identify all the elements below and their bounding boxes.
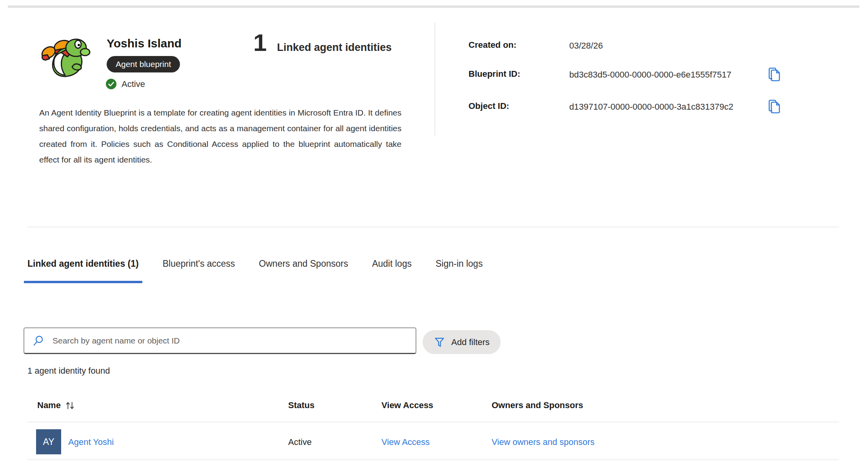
add-filters-button[interactable]: Add filters xyxy=(423,330,501,354)
column-header-name-label: Name xyxy=(37,400,61,410)
blueprint-id-label: Blueprint ID: xyxy=(469,69,569,79)
copy-icon xyxy=(767,99,781,114)
page-title: Yoshis Island xyxy=(107,37,182,50)
search-icon xyxy=(32,334,45,347)
filter-funnel-icon xyxy=(434,336,445,348)
copy-icon xyxy=(767,67,781,82)
blueprint-id-row: Blueprint ID: bd3c83d5-0000-0000-0000-e6… xyxy=(469,69,731,80)
search-input[interactable] xyxy=(53,336,408,345)
blueprint-description: An Agent Identity Blueprint is a templat… xyxy=(39,105,401,168)
linked-identities-count: 1 Linked agent identities xyxy=(253,31,392,55)
agent-name-link[interactable]: Agent Yoshi xyxy=(68,437,114,447)
linked-count-number: 1 xyxy=(253,31,267,55)
created-on-label: Created on: xyxy=(469,40,569,50)
status-text: Active xyxy=(122,79,145,89)
top-divider xyxy=(8,5,859,8)
view-access-link[interactable]: View Access xyxy=(381,437,430,447)
created-on-value: 03/28/26 xyxy=(569,40,603,51)
tab-bar: Linked agent identities (1) Blueprint's … xyxy=(27,258,483,283)
status-row: Active xyxy=(106,79,145,89)
tab-audit-logs[interactable]: Audit logs xyxy=(372,258,412,283)
agent-blueprint-badge: Agent blueprint xyxy=(107,56,180,72)
linked-count-label: Linked agent identities xyxy=(277,42,392,54)
table-row-divider xyxy=(27,459,839,460)
column-header-status: Status xyxy=(288,400,314,410)
results-count-text: 1 agent identity found xyxy=(27,366,110,376)
section-divider xyxy=(27,226,839,228)
table-header-divider xyxy=(27,421,839,423)
column-header-view-access: View Access xyxy=(381,400,433,410)
object-id-row: Object ID: d1397107-0000-0000-0000-3a1c8… xyxy=(469,101,733,112)
column-header-name[interactable]: Name xyxy=(37,400,75,410)
tab-owners-and-sponsors[interactable]: Owners and Sponsors xyxy=(259,258,348,283)
view-owners-sponsors-link[interactable]: View owners and sponsors xyxy=(492,437,595,447)
agent-status: Active xyxy=(288,437,312,447)
tab-linked-agent-identities[interactable]: Linked agent identities (1) xyxy=(27,258,139,283)
active-check-icon xyxy=(106,79,116,89)
copy-blueprint-id-button[interactable] xyxy=(767,67,782,83)
search-box xyxy=(24,327,416,354)
tab-blueprints-access[interactable]: Blueprint's access xyxy=(163,258,235,283)
blueprint-id-value: bd3c83d5-0000-0000-0000-e6e1555f7517 xyxy=(569,69,731,80)
column-header-owners-sponsors: Owners and Sponsors xyxy=(492,400,583,410)
blueprint-logo-image xyxy=(38,34,91,81)
blueprint-detail-page: Yoshis Island Agent blueprint Active 1 L… xyxy=(0,0,868,470)
copy-object-id-button[interactable] xyxy=(767,99,782,115)
agent-avatar: AY xyxy=(36,429,61,454)
object-id-value: d1397107-0000-0000-0000-3a1c831379c2 xyxy=(569,101,733,112)
created-on-row: Created on: 03/28/26 xyxy=(469,40,603,51)
add-filters-label: Add filters xyxy=(451,337,490,347)
object-id-label: Object ID: xyxy=(469,101,569,111)
sort-icon xyxy=(65,401,75,410)
tab-sign-in-logs[interactable]: Sign-in logs xyxy=(436,258,483,283)
header-vertical-divider xyxy=(434,23,435,136)
